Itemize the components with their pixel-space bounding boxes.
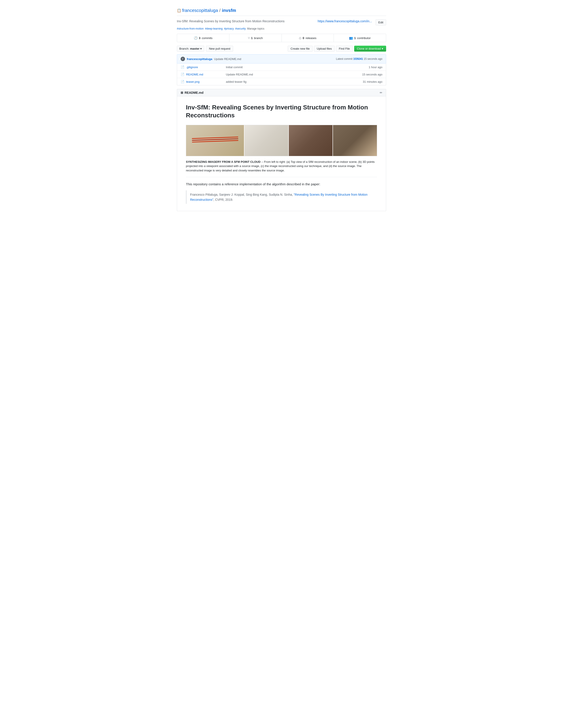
file-time-readme: 15 seconds ago bbox=[356, 73, 383, 76]
readme-title-text: README.md bbox=[184, 91, 203, 94]
teaser-img-4 bbox=[333, 125, 377, 156]
right-actions: Create new file Upload files Find File C… bbox=[288, 46, 386, 52]
commit-row-right: Latest commit 1f29241 15 seconds ago bbox=[336, 57, 383, 60]
releases-count: 0 bbox=[303, 36, 304, 40]
branch-selector[interactable]: Branch: master ▾ bbox=[177, 46, 204, 52]
contributors-count: 1 bbox=[354, 36, 356, 40]
clone-dropdown-icon: ▾ bbox=[382, 47, 383, 50]
repo-url-link[interactable]: https://www.francescopittaluga.com/in... bbox=[318, 19, 372, 23]
commits-icon: 🕐 bbox=[194, 36, 197, 40]
contributors-label: contributor bbox=[357, 36, 371, 40]
edit-description-button[interactable]: Edit bbox=[376, 19, 386, 25]
repo-topics: #structure-from-motion #deep-learning #p… bbox=[177, 27, 386, 30]
readme-title: ⊞ README.md bbox=[180, 91, 203, 94]
readme-intro-para: This repository contains a reference imp… bbox=[186, 182, 377, 187]
file-icon-readme: 📄 bbox=[180, 73, 184, 76]
readme-header: ⊞ README.md ✏ bbox=[177, 89, 386, 96]
clone-or-download-label: Clone or download bbox=[357, 47, 381, 50]
commit-row-left: F francescopittaluga Update README.md bbox=[180, 57, 241, 61]
latest-commit-label: Latest commit bbox=[336, 57, 353, 60]
repo-description: Inv-SfM: Revealing Scenes by Inverting S… bbox=[177, 19, 386, 25]
repo-desc-text: Inv-SfM: Revealing Scenes by Inverting S… bbox=[177, 19, 315, 23]
table-row: 📄 teaser.png added teaser fig 31 minutes… bbox=[177, 78, 386, 85]
readme-grid-icon: ⊞ bbox=[180, 91, 183, 94]
citation-authors: Francesco Pittaluga, Sanjeev J. Koppal, … bbox=[190, 193, 294, 196]
teaser-img-2 bbox=[244, 125, 289, 156]
action-toolbar: Branch: master ▾ New pull request Create… bbox=[177, 46, 386, 52]
upload-files-button[interactable]: Upload files bbox=[314, 46, 335, 52]
readme-edit-icon[interactable]: ✏ bbox=[380, 91, 383, 94]
citation-suffix: , CVPR, 2019. bbox=[213, 198, 233, 201]
file-name-teaser[interactable]: teaser.png bbox=[186, 80, 226, 83]
branch-label: Branch: bbox=[179, 47, 189, 50]
file-list: 📄 .gitignore Initial commit 1 hour ago 📄… bbox=[177, 64, 386, 85]
commit-message: Update README.md bbox=[214, 57, 241, 61]
teaser-placeholder-2 bbox=[244, 125, 289, 156]
left-actions: Branch: master ▾ New pull request bbox=[177, 46, 233, 52]
file-name-gitignore[interactable]: .gitignore bbox=[186, 66, 226, 69]
commit-row: F francescopittaluga Update README.md La… bbox=[177, 54, 386, 64]
repo-header: 📋 francescopittaluga / invsfm bbox=[177, 4, 386, 16]
branch-dropdown-icon: ▾ bbox=[200, 47, 202, 50]
repo-icon: 📋 bbox=[177, 8, 181, 13]
topic-privacy[interactable]: #privacy bbox=[224, 27, 234, 30]
teaser-placeholder-4 bbox=[333, 125, 377, 156]
branches-stat[interactable]: ⑂ 1 branch bbox=[229, 34, 282, 42]
readme-section: ⊞ README.md ✏ Inv-SfM: Revealing Scenes … bbox=[177, 89, 386, 211]
manage-topics-link[interactable]: Manage topics bbox=[247, 27, 264, 30]
contributors-stat[interactable]: 👥 1 contributor bbox=[334, 34, 386, 42]
branch-icon: ⑂ bbox=[248, 36, 250, 40]
commit-time: 15 seconds ago bbox=[364, 57, 383, 60]
file-name-readme[interactable]: README.md bbox=[186, 73, 226, 76]
branch-label: branch bbox=[254, 36, 263, 40]
create-new-file-button[interactable]: Create new file bbox=[288, 46, 313, 52]
readme-content: Inv-SfM: Revealing Scenes by Inverting S… bbox=[177, 96, 386, 211]
teaser-placeholder-3 bbox=[289, 125, 333, 156]
repo-separator: / bbox=[219, 8, 220, 13]
teaser-images bbox=[186, 125, 377, 156]
repo-name-link[interactable]: invsfm bbox=[222, 8, 236, 13]
new-pull-request-button[interactable]: New pull request bbox=[206, 46, 233, 52]
file-commit-msg-gitignore: Initial commit bbox=[226, 66, 356, 69]
table-row: 📄 README.md Update README.md 15 seconds … bbox=[177, 71, 386, 78]
file-commit-msg-teaser: added teaser fig bbox=[226, 80, 356, 83]
topic-structure-from-motion[interactable]: #structure-from-motion bbox=[177, 27, 203, 30]
stats-bar: 🕐 3 commits ⑂ 1 branch ◇ 0 releases 👥 1 … bbox=[177, 34, 386, 42]
releases-icon: ◇ bbox=[299, 36, 302, 40]
commit-sha-link[interactable]: 1f29241 bbox=[353, 57, 363, 60]
file-time-gitignore: 1 hour ago bbox=[356, 66, 383, 69]
readme-citation: Francesco Pittaluga, Sanjeev J. Koppal, … bbox=[186, 190, 377, 204]
table-row: 📄 .gitignore Initial commit 1 hour ago bbox=[177, 64, 386, 71]
branch-count: 1 bbox=[251, 36, 252, 40]
branch-name: master bbox=[190, 47, 199, 50]
avatar: F bbox=[180, 57, 185, 61]
topic-security[interactable]: #security bbox=[235, 27, 246, 30]
find-file-button[interactable]: Find File bbox=[336, 46, 353, 52]
commits-stat[interactable]: 🕐 3 commits bbox=[177, 34, 229, 42]
clone-or-download-button[interactable]: Clone or download ▾ bbox=[354, 46, 386, 52]
file-icon-gitignore: 📄 bbox=[180, 65, 184, 69]
file-time-teaser: 31 minutes ago bbox=[356, 80, 383, 83]
repo-owner-link[interactable]: francescopittaluga bbox=[182, 8, 218, 13]
readme-h1: Inv-SfM: Revealing Scenes by Inverting S… bbox=[186, 103, 377, 120]
teaser-placeholder-1 bbox=[186, 125, 244, 156]
topic-deep-learning[interactable]: #deep-learning bbox=[205, 27, 222, 30]
contributors-icon: 👥 bbox=[349, 36, 353, 40]
teaser-img-1 bbox=[186, 125, 244, 156]
teaser-caption-bold: SYNTHESIZING IMAGERY FROM A SFM POINT CL… bbox=[186, 160, 260, 163]
teaser-caption: SYNTHESIZING IMAGERY FROM A SFM POINT CL… bbox=[186, 160, 377, 173]
avatar-initial: F bbox=[182, 58, 183, 60]
commits-count: 3 bbox=[199, 36, 200, 40]
teaser-img-3 bbox=[289, 125, 333, 156]
file-commit-msg-readme: Update README.md bbox=[226, 73, 356, 76]
file-icon-teaser: 📄 bbox=[180, 80, 184, 83]
commit-author-link[interactable]: francescopittaluga bbox=[187, 57, 212, 61]
releases-stat[interactable]: ◇ 0 releases bbox=[282, 34, 334, 42]
releases-label: releases bbox=[306, 36, 317, 40]
commits-label: commits bbox=[202, 36, 212, 40]
